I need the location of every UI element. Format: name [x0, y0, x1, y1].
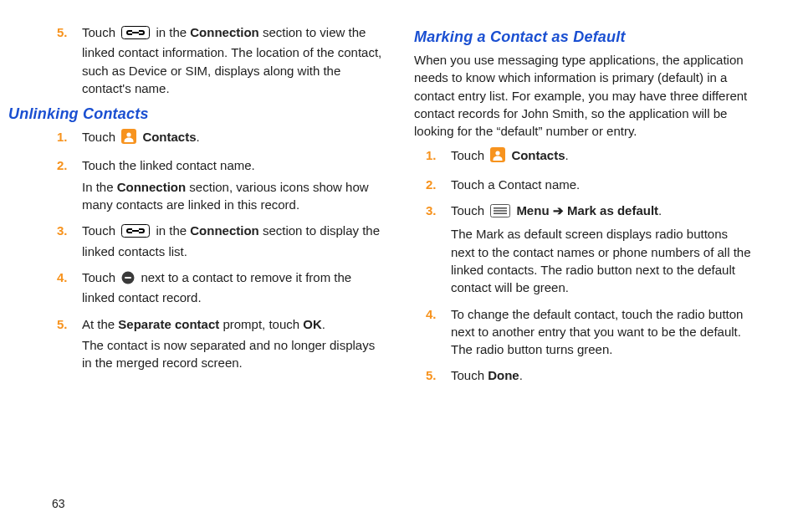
text: Touch — [82, 130, 119, 144]
text: in the — [156, 223, 190, 238]
sub-text: The Mark as default screen displays radi… — [451, 225, 753, 296]
text: Touch — [82, 25, 119, 39]
remove-circle-icon — [121, 271, 135, 289]
section-heading-default: Marking a Contact as Default — [414, 28, 753, 46]
page-number: 63 — [52, 497, 65, 510]
text: . — [322, 317, 325, 331]
step-4: To change the default contact, touch the… — [414, 305, 753, 359]
svg-rect-11 — [494, 212, 507, 214]
text: prompt, touch — [223, 317, 303, 331]
contacts-icon — [121, 129, 136, 148]
manual-page: Touch in the Connection section to view … — [0, 0, 798, 532]
step-2: Touch the linked contact name. In the Co… — [45, 156, 384, 213]
intro-paragraph: When you use messaging type applications… — [414, 51, 753, 140]
text: Touch the linked contact name. — [82, 158, 255, 172]
section-heading-unlinking: Unlinking Contacts — [8, 105, 384, 123]
sub-text: In the Connection section, various icons… — [82, 178, 384, 214]
continued-steps-list: Touch in the Connection section to view … — [45, 23, 384, 97]
bold-text: Contacts — [511, 148, 565, 162]
svg-point-7 — [496, 151, 500, 156]
link-icon — [121, 224, 150, 242]
sub-text: The contact is now separated and no long… — [82, 336, 384, 372]
bold-text: OK — [303, 317, 322, 331]
text: . — [565, 148, 569, 162]
step-5: At the Separate contact prompt, touch OK… — [45, 315, 384, 372]
svg-point-2 — [127, 133, 131, 137]
step-5-prior: Touch in the Connection section to view … — [45, 23, 384, 97]
svg-rect-5 — [125, 277, 131, 279]
arrow-icon: ➔ — [550, 203, 567, 217]
text: Touch — [451, 203, 488, 217]
text: Touch — [82, 223, 119, 238]
text: In the — [82, 180, 117, 194]
svg-rect-10 — [494, 210, 507, 212]
bold-text: Connection — [117, 180, 187, 194]
step-5: Touch Done. — [414, 366, 753, 384]
step-2: Touch a Contact name. — [414, 176, 753, 193]
text: To change the default contact, touch the… — [451, 307, 743, 357]
step-1: Touch Contacts. — [414, 146, 753, 166]
text: Touch — [451, 368, 488, 382]
step-3: Touch in the Connection section to displ… — [45, 222, 384, 260]
bold-text: Done — [488, 368, 519, 382]
text: Touch a Contact name. — [451, 177, 580, 192]
text: Touch — [82, 270, 119, 284]
text: . — [658, 203, 662, 217]
step-1: Touch Contacts. — [45, 128, 384, 148]
svg-rect-9 — [494, 207, 507, 209]
text: . — [197, 130, 200, 144]
bold-text: Connection — [190, 223, 259, 238]
bold-text: Contacts — [142, 130, 196, 144]
bold-text: Separate contact — [118, 317, 219, 331]
step-4: Touch next to a contact to remove it fro… — [45, 269, 384, 307]
bold-text: Connection — [190, 25, 259, 39]
right-column: Marking a Contact as Default When you us… — [399, 23, 768, 517]
text: At the — [82, 317, 118, 331]
text: . — [519, 368, 523, 382]
default-steps-list: Touch Contacts. Touch a Contact name. To… — [414, 146, 753, 384]
text: Touch — [451, 148, 488, 162]
left-column: Touch in the Connection section to view … — [30, 23, 399, 517]
menu-icon — [490, 204, 510, 222]
bold-text: Mark as default — [567, 203, 658, 217]
contacts-icon — [490, 147, 505, 166]
unlinking-steps-list: Touch Contacts. Touch the linked contact… — [45, 128, 384, 371]
link-icon — [121, 26, 150, 43]
step-3: Touch Menu ➔ Mark as default. The Mark a… — [414, 202, 753, 296]
text: in the — [156, 25, 190, 39]
bold-text: Menu — [516, 203, 549, 217]
